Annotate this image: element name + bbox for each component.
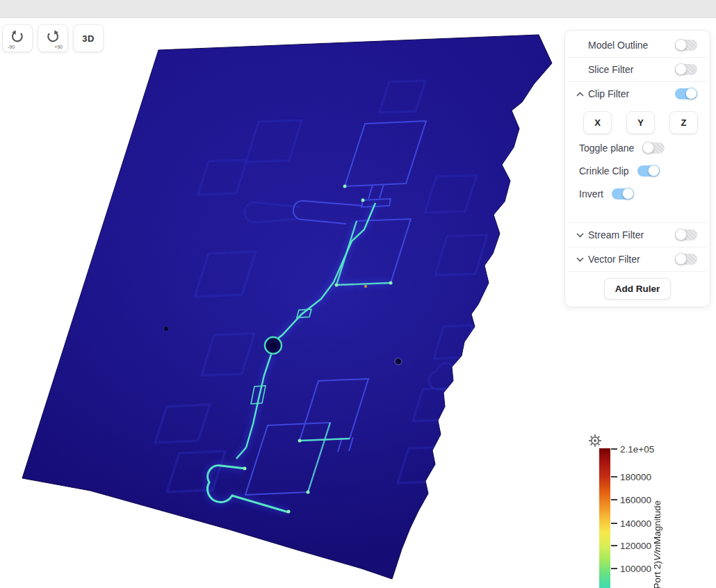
crinkle-clip-label: Crinkle Clip — [579, 165, 629, 177]
add-ruler-button[interactable]: Add Ruler — [604, 278, 672, 300]
clip-axis-x-button[interactable]: X — [583, 111, 612, 134]
stream-filter-toggle[interactable] — [675, 229, 697, 240]
model-outline-label: Model Outline — [588, 40, 675, 51]
colorbar-tick: 2.1e+05 — [611, 444, 654, 454]
vector-filter-label: Vector Filter — [588, 254, 675, 265]
chevron-down-icon[interactable] — [575, 233, 585, 238]
stream-filter-row: Stream Filter — [565, 223, 710, 247]
colorbar-axis-label: (Port 2) V/m Magnitude — [652, 446, 662, 588]
slice-filter-row: Slice Filter — [565, 58, 710, 81]
app-window: -90 +90 3D Model Outline Slice Filter — [0, 0, 716, 588]
rotate-ccw-button[interactable]: -90 — [2, 24, 33, 52]
crinkle-clip-toggle[interactable] — [637, 165, 660, 177]
model-outline-row: Model Outline — [565, 33, 710, 57]
colorbar-tick: 180000 — [611, 472, 651, 482]
chevron-up-icon[interactable] — [575, 92, 585, 97]
invert-label: Invert — [579, 188, 603, 199]
rotate-cw-label: +90 — [54, 44, 63, 49]
vector-filter-toggle[interactable] — [675, 254, 697, 265]
rotate-cw-button[interactable]: +90 — [38, 24, 68, 52]
colorbar — [599, 448, 610, 588]
vector-filter-row: Vector Filter — [565, 247, 710, 271]
slice-filter-toggle[interactable] — [675, 64, 697, 75]
clip-axis-z-button[interactable]: Z — [669, 111, 698, 134]
chevron-down-icon[interactable] — [575, 257, 585, 262]
toggle-plane-row: Toggle plane — [565, 136, 710, 159]
colorbar-tick: 100000 — [611, 564, 651, 573]
view-3d-label: 3D — [82, 33, 95, 44]
toggle-plane-toggle[interactable] — [642, 142, 665, 154]
ring-resonator — [265, 337, 282, 354]
toggle-plane-label: Toggle plane — [579, 142, 634, 154]
clip-filter-row: Clip Filter — [565, 82, 710, 106]
invert-row: Invert — [565, 182, 710, 205]
slice-filter-label: Slice Filter — [588, 64, 675, 75]
clip-filter-toggle[interactable] — [675, 88, 697, 99]
view-3d-button[interactable]: 3D — [73, 24, 104, 52]
view-toolbar: -90 +90 3D — [2, 24, 104, 52]
divider — [568, 271, 707, 272]
colorbar-tick: 160000 — [611, 495, 651, 505]
colorbar-legend: 2.1e+05 180000 160000 140000 120000 1000… — [584, 430, 716, 588]
window-chrome-bar — [0, 0, 716, 18]
clip-axis-buttons: X Y Z — [565, 106, 710, 136]
filters-panel: Model Outline Slice Filter Clip Filter X… — [564, 30, 710, 307]
gear-icon[interactable] — [588, 434, 602, 448]
model-outline-toggle[interactable] — [675, 40, 697, 51]
clip-axis-y-button[interactable]: Y — [626, 111, 655, 134]
stream-filter-label: Stream Filter — [588, 229, 675, 240]
colorbar-tick: 120000 — [611, 541, 651, 550]
crinkle-clip-row: Crinkle Clip — [565, 159, 710, 182]
clip-filter-label: Clip Filter — [588, 88, 675, 99]
colorbar-tick: 140000 — [611, 518, 651, 528]
rotate-ccw-label: -90 — [8, 44, 15, 49]
invert-toggle[interactable] — [612, 188, 634, 199]
